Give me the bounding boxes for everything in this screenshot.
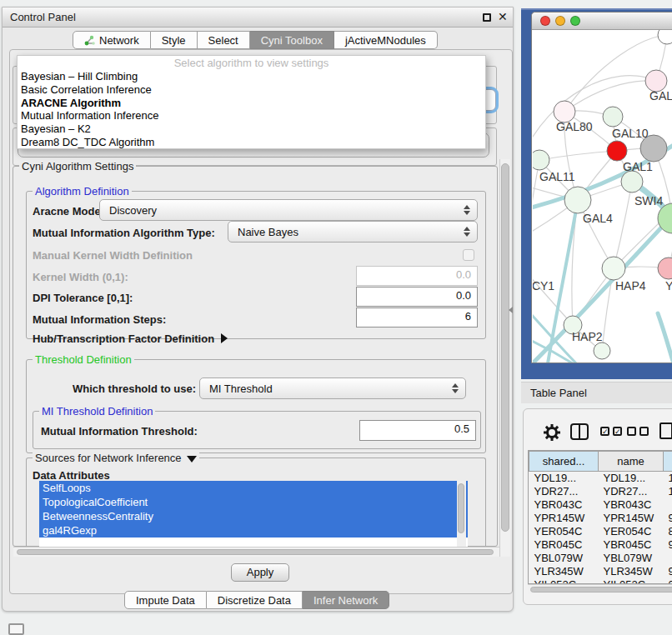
tab-cyni-toolbox[interactable]: Cyni Toolbox (250, 31, 334, 49)
attribute-list-scrollbar[interactable] (457, 481, 466, 547)
algorithm-option[interactable]: Bayesian – K2 (18, 122, 485, 136)
table-row[interactable]: YIL052CYIL052C0. (529, 578, 672, 585)
settings-horizontal-scrollbar[interactable] (13, 547, 499, 557)
attribute-list-scrollbar-thumb[interactable] (458, 483, 464, 533)
minimize-traffic-icon[interactable] (555, 16, 565, 26)
which-threshold-value: MI Threshold (209, 382, 273, 395)
mi-steps-label: Mutual Information Steps: (33, 313, 166, 326)
tab-label: Select (208, 32, 238, 49)
settings-horizontal-scrollbar-thumb[interactable] (17, 549, 494, 555)
algorithm-dropdown-popup: Select algorithm to view settings Bayesi… (17, 55, 486, 149)
new-table-icon[interactable] (659, 422, 672, 439)
network-window-titlebar[interactable] (532, 12, 672, 30)
tab-discretize-data[interactable]: Discretize Data (207, 591, 303, 609)
split-columns-icon[interactable] (570, 423, 589, 440)
algorithm-option[interactable]: Bayesian – Hill Climbing (18, 70, 485, 83)
table-cell: YBL079W (599, 552, 664, 565)
which-threshold-select[interactable]: MI Threshold (199, 378, 466, 399)
data-attributes-list[interactable]: SelfLoopsTopologicalCoefficientBetweenne… (39, 481, 468, 547)
table-row[interactable]: YBR043CYBR043C (529, 498, 672, 512)
control-panel-title: Control Panel (10, 11, 76, 23)
table-column-header[interactable] (663, 452, 672, 472)
mi-steps-input[interactable]: 6 (356, 308, 478, 328)
panel-divider-handle[interactable] (509, 307, 513, 313)
table-column-header[interactable]: name (599, 452, 664, 472)
tab-label: Style (162, 32, 186, 49)
network-node-label: GAL4 (583, 212, 613, 225)
network-icon (84, 35, 95, 46)
dpi-tolerance-input[interactable]: 0.0 (356, 287, 478, 307)
data-attribute-item[interactable]: BetweennessCentrality (39, 509, 468, 523)
network-node-label: GAL80 (556, 120, 593, 133)
select-all-icon[interactable]: ✓ ✓ (600, 427, 622, 436)
network-node[interactable] (607, 141, 627, 161)
data-attribute-item[interactable]: gal4RGexp (39, 523, 468, 538)
mi-threshold-input[interactable]: 0.5 (359, 420, 476, 441)
table-cell: YLR345W (529, 565, 599, 578)
mi-algorithm-type-select[interactable]: Naive Bayes (228, 221, 478, 242)
close-traffic-icon[interactable] (540, 16, 550, 26)
table-cell: YBL079W (529, 552, 599, 565)
zoom-traffic-icon[interactable] (570, 16, 580, 26)
table-cell: YIL052C (529, 578, 599, 585)
table-horizontal-scrollbar-thumb[interactable] (530, 587, 672, 592)
close-icon[interactable]: ✕ (498, 10, 508, 23)
algorithm-option[interactable]: Dream8 DC_TDC Algorithm (18, 136, 485, 149)
network-node-label: HAP2 (572, 330, 603, 343)
table-row[interactable]: YPR145WYPR145W9. (529, 512, 672, 525)
tab-infer-network[interactable]: Infer Network (303, 591, 389, 609)
network-node[interactable] (602, 257, 625, 280)
table-row[interactable]: YBL079WYBL079W (529, 552, 672, 565)
kernel-width-input[interactable]: 0.0 (356, 266, 478, 286)
threshold-definition-title: Threshold Definition (33, 353, 134, 366)
network-node-label: Y (665, 279, 672, 292)
collapsed-panel-icon[interactable] (8, 623, 24, 635)
which-threshold-label: Which threshold to use: (73, 382, 196, 395)
tab-jactivemnodules[interactable]: jActiveMNodules (334, 31, 438, 49)
network-node[interactable] (658, 258, 672, 279)
unchecked-box-icon (639, 427, 649, 436)
network-canvas[interactable]: GALGAL80GAL10GAL1GAL11SWI4GAL4GCY1HAP4YH… (533, 30, 672, 362)
gear-icon[interactable] (542, 422, 562, 442)
settings-vertical-scrollbar[interactable] (499, 159, 510, 557)
table-cell: YDL19... (599, 472, 664, 485)
table-row[interactable]: YBR045CYBR045C9. (529, 538, 672, 552)
network-node-label: GAL10 (612, 127, 649, 140)
table-row[interactable]: YDL19...YDL19...13 (529, 472, 672, 485)
algorithm-option[interactable]: ARACNE Algorithm (18, 97, 485, 110)
table-horizontal-scrollbar[interactable] (528, 584, 672, 594)
tab-impute-data[interactable]: Impute Data (124, 591, 207, 609)
network-node[interactable] (621, 171, 643, 192)
network-node[interactable] (658, 30, 672, 44)
tab-select[interactable]: Select (198, 31, 250, 49)
network-node[interactable] (564, 187, 591, 213)
aracne-mode-select[interactable]: Discovery (99, 199, 478, 221)
network-node[interactable] (533, 150, 549, 170)
tab-label: Impute Data (136, 592, 195, 609)
mi-threshold-definition-title: MI Threshold Definition (39, 405, 155, 418)
float-window-icon[interactable] (483, 13, 491, 22)
kernel-width-label: Kernel Width (0,1): (33, 271, 128, 283)
data-attribute-item[interactable]: SelfLoops (39, 481, 468, 495)
table-column-header[interactable]: shared... (529, 452, 599, 472)
network-node[interactable] (594, 342, 610, 359)
aracne-mode-value: Discovery (109, 204, 157, 217)
tab-network[interactable]: Network (73, 31, 151, 49)
sources-group-title[interactable]: Sources for Network Inference (33, 452, 199, 464)
tab-style[interactable]: Style (151, 31, 198, 49)
deselect-all-icon[interactable] (627, 427, 649, 436)
network-node[interactable] (603, 107, 623, 127)
algorithm-option[interactable]: Basic Correlation Inference (18, 83, 485, 97)
table-row[interactable]: YLR345WYLR345W9. (529, 565, 672, 578)
data-attribute-item[interactable]: TopologicalCoefficient (39, 495, 468, 509)
algorithm-option[interactable]: Mutual Information Inference (18, 109, 485, 122)
table-cell: YER054C (599, 525, 664, 538)
settings-vertical-scrollbar-thumb[interactable] (501, 163, 509, 532)
apply-button[interactable]: Apply (231, 563, 289, 582)
table-row[interactable]: YDR27...YDR27...12 (529, 485, 672, 498)
tab-label: Network (99, 32, 139, 49)
manual-kernel-width-checkbox[interactable] (463, 249, 474, 261)
sources-title-label: Sources for Network Inference (35, 452, 182, 464)
hub-section-toggle[interactable]: Hub/Transcription Factor Definition (33, 332, 228, 345)
table-row[interactable]: YER054CYER054C8. (529, 525, 672, 538)
